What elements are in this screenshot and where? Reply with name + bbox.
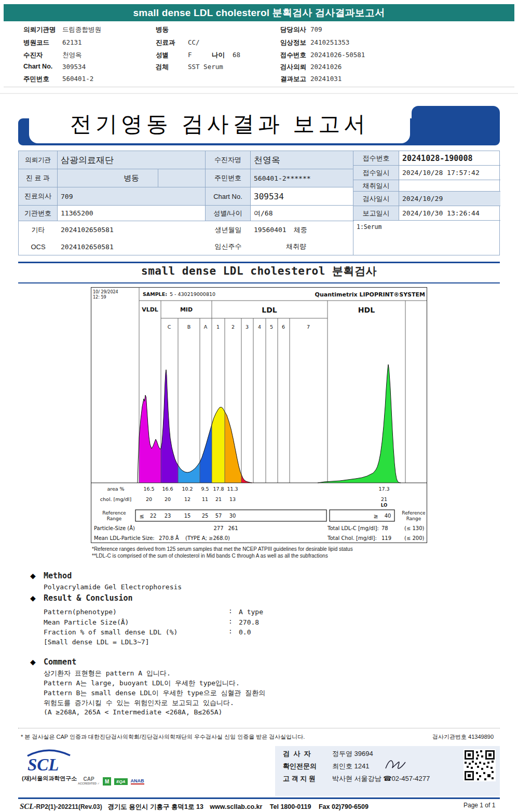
result-colon: : [228,627,233,635]
cell-value: 309534 [251,187,354,206]
cell-label: 임신주수 [206,238,251,255]
lab-report-page: small dense LDL cholesterol 분획검사 검사결과보고서… [0,0,518,812]
total-chol-ref: (≤ 200) [404,535,425,541]
cell-value: 2024/10/29 [399,192,500,206]
cell-value: 19560401 체중 [251,221,354,238]
result-colon: : [228,607,233,615]
header-divider-light [0,93,518,94]
section-rule-bottom [18,282,500,283]
cell-label: 성별/나이 [206,206,251,221]
area-vldl: 16.5 [143,486,154,492]
cell-label: 접수일시 [353,166,399,180]
chol-mid-c: 20 [165,496,171,502]
subband-b: B [187,324,191,330]
field-label-clinical-info: 임상정보 [280,38,306,47]
cell-label: 접수번호 [353,151,399,166]
sample-id: 5 - 430219000810 [170,291,215,297]
chol-ldl1: 21 [215,496,222,502]
cell-label: 기타 [19,221,58,238]
field-label-hospital-code: 병원코드 [23,38,49,47]
cell-value: 채취량 [251,238,354,255]
comment-line: Pattern A는 large, buoyant LDL이 우세한 type입… [44,679,240,688]
field-value-department: CC/ [188,38,200,46]
examiner-value: 정두영 39694 [332,749,373,759]
ref-le-sign: ≤ [139,513,144,520]
scl-logo: SCL [23,749,73,773]
lipoprint-chart-svg: 10/ 29/2024 12: 59 SAMPLE: 5 - 430219000… [91,287,428,543]
scl-logo-text: SCL [28,755,59,773]
result-item-value: A type [239,608,263,616]
result-item-label: Fraction % of small dense LDL (%) [44,628,178,636]
ref-ldl2: 30 [229,513,236,519]
cell-value: 2024/10/28 17:57:42 [399,166,500,180]
field-label-department: 진료과 [156,38,175,47]
cell-label: 검사일시 [353,192,399,206]
result-colon: : [228,617,233,625]
result-item-value: 0.0 [239,628,251,636]
cap-accredited-logo: CAP ACCREDITED ✓ [78,777,100,786]
info-table: 의뢰기관 삼광의료재단 수진자명 천영옥 진 료 과 병동 주민번호 56040… [18,151,500,255]
total-ldl-value: 78 [381,525,388,531]
footnote-1: *Reference ranges derived from 125 serum… [92,546,353,552]
accreditation-badges: CAP ACCREDITED ✓ M EQA ANAB [78,777,144,786]
chol-mid-b: 12 [184,496,190,502]
field-value-hospital-code: 62131 [62,38,82,46]
signature-scribble [384,757,407,773]
certification-org: 검사기관번호 41349890 [432,733,494,741]
banner-right-block [412,106,500,145]
field-label-age: 나이 [212,51,225,60]
cell-value [399,180,500,192]
comment-line: 위험도를 증가시킬 수 있는 위험인자로 보고되고 있습니다. [44,698,234,708]
field-label-resident-no: 주민번호 [23,75,49,84]
scl-logo-subtext: (재)서울의과학연구소 [22,775,77,782]
cell-label: 기관번호 [19,206,58,221]
fax-text: Fax 02)790-6509 [319,803,369,810]
field-label-report-date: 결과보고 [280,75,306,84]
reviewer-value: 최인호 1241 [332,762,370,771]
method-body: Polyacrylamide Gel Electrophoresis [44,583,182,591]
total-chol-value: 119 [381,535,391,541]
certification-text: * 본 검사실은 CAP 인증과 대한진단검사의학회/진단검사의학재단의 우수검… [21,733,305,741]
cell-label: 보고일시 [353,206,399,221]
field-label-doctor: 담당의사 [280,25,306,34]
field-value-sex: F [188,51,192,59]
weight-label: 체중 [294,225,307,235]
ref-mid-b: 15 [184,513,191,519]
chart-date: 10/ 29/2024 [93,290,118,294]
comment-line: Pattern B는 small dense LDL이 우세한 type으로 심… [44,688,265,698]
diamond-bullet-icon: ◆ [30,594,36,602]
tel-text: Tel 1800-0119 [270,803,311,810]
area-ldl1: 17.8 [213,486,224,492]
field-label-specimen: 검체 [156,63,169,72]
cell-label: 의뢰기관 [19,151,58,169]
report-title: small dense LDL cholesterol 분획검사 검사결과보고서 [133,6,385,20]
anab-logo: ANAB [131,778,144,784]
field-label-patient: 수진자 [23,51,43,60]
cell-label: 수진자명 [206,151,251,169]
subband-3: 3 [246,324,249,330]
cell-value: 11365200 [58,206,206,221]
eqa-logo: EQA [114,778,127,785]
row-label-area: area % [107,486,124,492]
field-value-resident-no: 560401-2 [62,75,93,83]
ref-label-left-2: Range [107,516,122,521]
info-table-left: 의뢰기관 삼광의료재단 수진자명 천영옥 진 료 과 병동 주민번호 56040… [18,151,353,255]
ref-label-left-1: Reference [102,510,126,516]
info-table-right: 접수번호 20241028-190008 접수일시 2024/10/28 17:… [353,151,500,255]
support-label: 고 객 지 원 [283,774,316,783]
field-value-age: 68 [233,51,240,59]
serum-note: 1:Serum [353,221,500,255]
area-mid-a: 9.5 [201,486,209,492]
subband-1: 1 [216,324,220,330]
chol-ldl2: 13 [229,496,236,502]
banner-title-box: 전기영동 검사결과 보고서 [29,105,410,143]
method-heading: Method [44,571,72,580]
field-label-accession-no: 접수번호 [280,51,306,60]
ref-label-right-1: Reference [402,510,426,516]
field-value-clinical-info: 2410251353 [310,38,349,46]
total-chol-label: Total Chol. [mg/dl]: [327,535,377,541]
total-ldl-label: Total LDL-C [mg/dl]: [327,525,379,531]
area-hdl: 17.3 [378,486,389,492]
result-item-value: 270.8 [239,618,259,626]
cell-label: 진료의사 [19,187,58,206]
